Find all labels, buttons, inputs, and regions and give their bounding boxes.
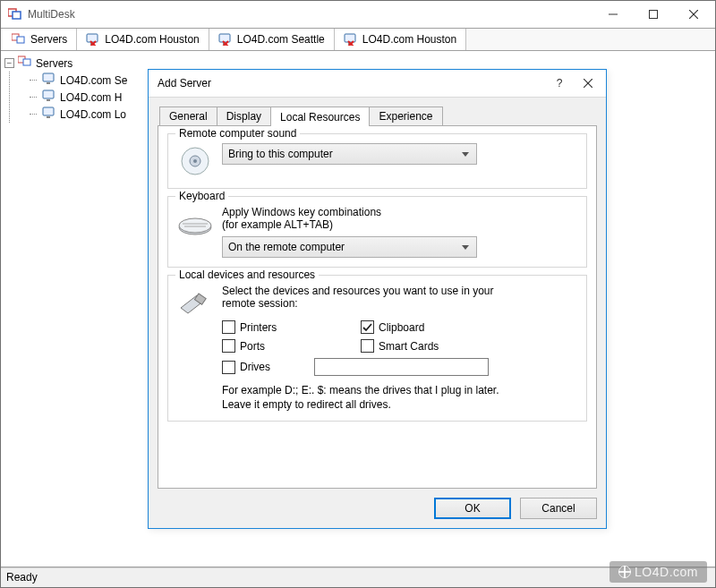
drives-help-1: For example D:; E:. $: means the drives …: [222, 383, 577, 397]
minimize-button[interactable]: [592, 2, 633, 28]
ok-button[interactable]: OK: [434, 498, 511, 519]
checkbox-ports[interactable]: Ports: [222, 339, 361, 353]
svg-rect-16: [345, 34, 355, 42]
globe-icon: [618, 566, 631, 578]
monitor-x-icon: [344, 33, 358, 46]
group-title: Keyboard: [175, 190, 228, 202]
keyboard-desc-2: (for example ALT+TAB): [222, 218, 577, 231]
checkbox-printers[interactable]: Printers: [222, 320, 361, 334]
group-remote-sound: Remote computer sound Bring to this comp…: [167, 133, 587, 189]
dialog-tabs: General Display Local Resources Experien…: [159, 105, 597, 125]
maximize-button[interactable]: [633, 2, 673, 28]
status-text: Ready: [6, 571, 38, 584]
svg-rect-12: [219, 34, 230, 42]
dialog-help-button[interactable]: ?: [545, 72, 574, 95]
dialog-body: General Display Local Resources Experien…: [149, 97, 606, 528]
close-button[interactable]: [673, 2, 713, 28]
keyboard-select[interactable]: On the remote computer: [222, 236, 477, 258]
svg-point-34: [179, 218, 211, 233]
checkbox-label: Drives: [240, 361, 270, 373]
drives-help-2: Leave it empty to redirect all drives.: [222, 397, 577, 412]
dialog-buttons: OK Cancel: [158, 489, 597, 519]
svg-rect-21: [23, 59, 30, 65]
servers-icon: [18, 55, 32, 71]
tab-servers[interactable]: Servers: [3, 29, 77, 50]
add-server-dialog: Add Server ? General Display Local Resou…: [148, 69, 607, 529]
tab-display[interactable]: Display: [217, 107, 271, 125]
svg-rect-24: [43, 90, 54, 98]
collapse-icon[interactable]: −: [4, 58, 14, 68]
tab-label: LO4D.com Houston: [105, 33, 199, 46]
svg-rect-22: [43, 73, 54, 81]
watermark-text: LO4D.com: [635, 565, 698, 579]
checkbox-smartcards[interactable]: Smart Cards: [361, 339, 522, 353]
checkbox-icon: [222, 339, 235, 353]
checkbox-clipboard[interactable]: Clipboard: [361, 320, 522, 334]
monitor-x-icon: [86, 33, 100, 46]
app-icon: [8, 7, 22, 21]
monitor-icon: [42, 107, 56, 122]
svg-rect-8: [87, 34, 98, 42]
cancel-button[interactable]: Cancel: [520, 498, 597, 519]
speaker-icon: [177, 143, 213, 179]
tab-label: LO4D.com Houston: [362, 33, 456, 46]
monitor-icon: [42, 72, 56, 88]
svg-point-32: [193, 159, 197, 163]
tab-server-2[interactable]: LO4D.com Seattle: [209, 29, 335, 50]
titlebar: MultiDesk: [1, 1, 715, 28]
usb-plug-icon: [177, 285, 213, 320]
dialog-close-button[interactable]: [574, 72, 602, 95]
titlebar-buttons: [592, 2, 713, 28]
tree-item-label: LO4D.com Se: [60, 74, 127, 87]
group-title: Local devices and resources: [175, 268, 319, 281]
sound-select-value: Bring to this computer: [228, 148, 333, 160]
tab-server-3[interactable]: LO4D.com Houston: [335, 29, 466, 50]
tab-general[interactable]: General: [159, 107, 217, 125]
checkbox-label: Smart Cards: [379, 340, 439, 353]
tree-root-label: Servers: [36, 57, 72, 70]
tab-local-resources[interactable]: Local Resources: [270, 107, 370, 126]
group-devices: Local devices and resources Select the d…: [167, 275, 587, 422]
tab-server-1[interactable]: LO4D.com Houston: [77, 29, 209, 50]
dialog-titlebar: Add Server ?: [149, 70, 606, 97]
tab-experience[interactable]: Experience: [369, 107, 442, 125]
devices-desc-1: Select the devices and resources you wan…: [222, 285, 577, 297]
tab-panel-local-resources: Remote computer sound Bring to this comp…: [158, 125, 597, 489]
svg-rect-23: [47, 82, 50, 84]
svg-rect-26: [43, 107, 54, 115]
window-title: MultiDesk: [28, 8, 592, 21]
watermark: LO4D.com: [609, 561, 707, 583]
monitor-x-icon: [218, 33, 233, 46]
checkbox-icon: [222, 320, 235, 334]
svg-rect-25: [47, 99, 50, 101]
svg-rect-3: [649, 11, 657, 19]
svg-rect-27: [47, 116, 50, 118]
servers-icon: [12, 33, 26, 46]
group-keyboard: Keyboard Apply Windows key combinations …: [167, 196, 587, 268]
checkbox-icon: [361, 320, 374, 334]
statusbar: Ready: [1, 567, 715, 587]
tree-item-label: LO4D.com H: [60, 91, 122, 104]
checkbox-label: Printers: [240, 321, 277, 334]
monitor-icon: [42, 89, 56, 105]
devices-desc-2: remote session:: [222, 297, 577, 310]
keyboard-select-value: On the remote computer: [228, 241, 345, 253]
svg-rect-1: [13, 12, 21, 19]
checkbox-label: Ports: [240, 340, 265, 353]
keyboard-icon: [177, 206, 213, 242]
group-title: Remote computer sound: [175, 127, 300, 140]
main-tabstrip: Servers LO4D.com Houston LO4D.com Seattl…: [1, 28, 715, 51]
dialog-title: Add Server: [158, 77, 545, 89]
checkbox-icon: [222, 361, 235, 374]
checkbox-icon: [361, 339, 374, 353]
tree-item-label: LO4D.com Lo: [60, 108, 126, 121]
tab-label: Servers: [30, 33, 67, 46]
tab-label: LO4D.com Seattle: [237, 33, 325, 46]
sound-select[interactable]: Bring to this computer: [222, 143, 477, 165]
drives-input[interactable]: [314, 358, 489, 376]
svg-rect-7: [17, 37, 24, 43]
checkbox-label: Clipboard: [379, 321, 424, 334]
keyboard-desc-1: Apply Windows key combinations: [222, 206, 577, 218]
